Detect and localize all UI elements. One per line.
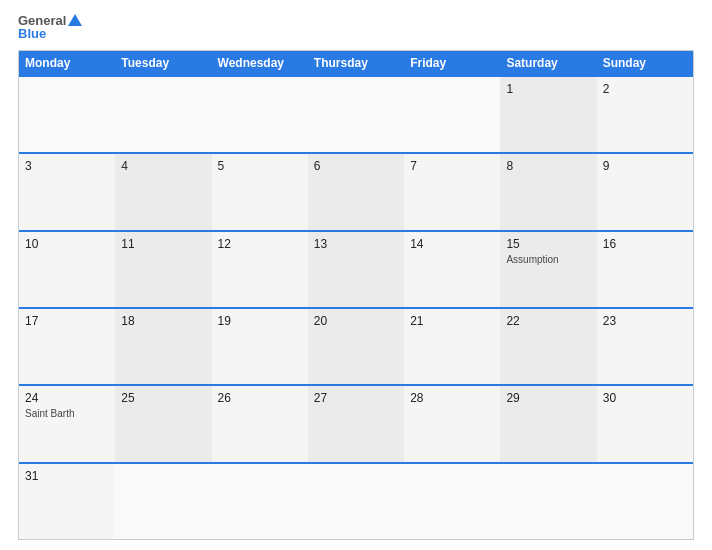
- day-cell: 24Saint Barth: [19, 386, 115, 461]
- day-number: 28: [410, 391, 494, 405]
- day-cell: 9: [597, 154, 693, 229]
- day-number: 22: [506, 314, 590, 328]
- day-number: 9: [603, 159, 687, 173]
- day-number: 8: [506, 159, 590, 173]
- week-row: 17181920212223: [19, 307, 693, 384]
- week-row: 101112131415Assumption16: [19, 230, 693, 307]
- day-event: Assumption: [506, 253, 590, 266]
- day-cell: 8: [500, 154, 596, 229]
- day-number: 4: [121, 159, 205, 173]
- day-cell: 21: [404, 309, 500, 384]
- day-number: 18: [121, 314, 205, 328]
- day-cell: [308, 464, 404, 539]
- day-number: 2: [603, 82, 687, 96]
- day-cell: [404, 464, 500, 539]
- logo-blue-text: Blue: [18, 27, 46, 40]
- day-cell: 2: [597, 77, 693, 152]
- day-cell: 12: [212, 232, 308, 307]
- day-number: 25: [121, 391, 205, 405]
- day-number: 27: [314, 391, 398, 405]
- day-cell: 4: [115, 154, 211, 229]
- day-cell: 19: [212, 309, 308, 384]
- day-number: 11: [121, 237, 205, 251]
- day-cell: 25: [115, 386, 211, 461]
- day-cell: 17: [19, 309, 115, 384]
- day-cell: 7: [404, 154, 500, 229]
- day-cell: 22: [500, 309, 596, 384]
- day-cell: 6: [308, 154, 404, 229]
- day-cell: [404, 77, 500, 152]
- week-row: 3456789: [19, 152, 693, 229]
- header: GeneralBlue: [18, 14, 694, 40]
- day-cell: 15Assumption: [500, 232, 596, 307]
- day-number: 26: [218, 391, 302, 405]
- day-number: 24: [25, 391, 109, 405]
- day-number: 7: [410, 159, 494, 173]
- calendar-page: GeneralBlue MondayTuesdayWednesdayThursd…: [0, 0, 712, 550]
- day-number: 5: [218, 159, 302, 173]
- day-number: 17: [25, 314, 109, 328]
- week-row: 12: [19, 75, 693, 152]
- day-number: 29: [506, 391, 590, 405]
- week-row: 24Saint Barth252627282930: [19, 384, 693, 461]
- day-number: 12: [218, 237, 302, 251]
- day-cell: [115, 77, 211, 152]
- day-cell: 11: [115, 232, 211, 307]
- day-number: 6: [314, 159, 398, 173]
- logo-triangle-icon: [68, 14, 82, 26]
- day-cell: [115, 464, 211, 539]
- day-cell: 5: [212, 154, 308, 229]
- day-cell: 27: [308, 386, 404, 461]
- day-cell: 26: [212, 386, 308, 461]
- day-cell: 30: [597, 386, 693, 461]
- day-number: 19: [218, 314, 302, 328]
- day-cell: [500, 464, 596, 539]
- day-header: Saturday: [500, 51, 596, 75]
- day-header: Monday: [19, 51, 115, 75]
- day-cell: 3: [19, 154, 115, 229]
- day-cell: [597, 464, 693, 539]
- day-number: 1: [506, 82, 590, 96]
- day-number: 16: [603, 237, 687, 251]
- day-header: Friday: [404, 51, 500, 75]
- day-cell: 31: [19, 464, 115, 539]
- day-number: 21: [410, 314, 494, 328]
- day-header: Wednesday: [212, 51, 308, 75]
- day-event: Saint Barth: [25, 407, 109, 420]
- day-cell: 1: [500, 77, 596, 152]
- weeks-container: 123456789101112131415Assumption161718192…: [19, 75, 693, 539]
- day-cell: 23: [597, 309, 693, 384]
- day-number: 30: [603, 391, 687, 405]
- day-cell: 13: [308, 232, 404, 307]
- day-number: 20: [314, 314, 398, 328]
- day-header: Sunday: [597, 51, 693, 75]
- day-headers-row: MondayTuesdayWednesdayThursdayFridaySatu…: [19, 51, 693, 75]
- day-number: 23: [603, 314, 687, 328]
- calendar-grid: MondayTuesdayWednesdayThursdayFridaySatu…: [18, 50, 694, 540]
- day-cell: [212, 464, 308, 539]
- day-cell: 20: [308, 309, 404, 384]
- day-number: 15: [506, 237, 590, 251]
- logo: GeneralBlue: [18, 14, 82, 40]
- day-cell: 16: [597, 232, 693, 307]
- day-cell: [308, 77, 404, 152]
- day-cell: [212, 77, 308, 152]
- day-cell: 29: [500, 386, 596, 461]
- day-number: 31: [25, 469, 109, 483]
- day-number: 13: [314, 237, 398, 251]
- day-header: Thursday: [308, 51, 404, 75]
- day-cell: 18: [115, 309, 211, 384]
- day-cell: 28: [404, 386, 500, 461]
- day-cell: 14: [404, 232, 500, 307]
- day-number: 10: [25, 237, 109, 251]
- day-cell: [19, 77, 115, 152]
- day-header: Tuesday: [115, 51, 211, 75]
- day-number: 14: [410, 237, 494, 251]
- day-cell: 10: [19, 232, 115, 307]
- day-number: 3: [25, 159, 109, 173]
- week-row: 31: [19, 462, 693, 539]
